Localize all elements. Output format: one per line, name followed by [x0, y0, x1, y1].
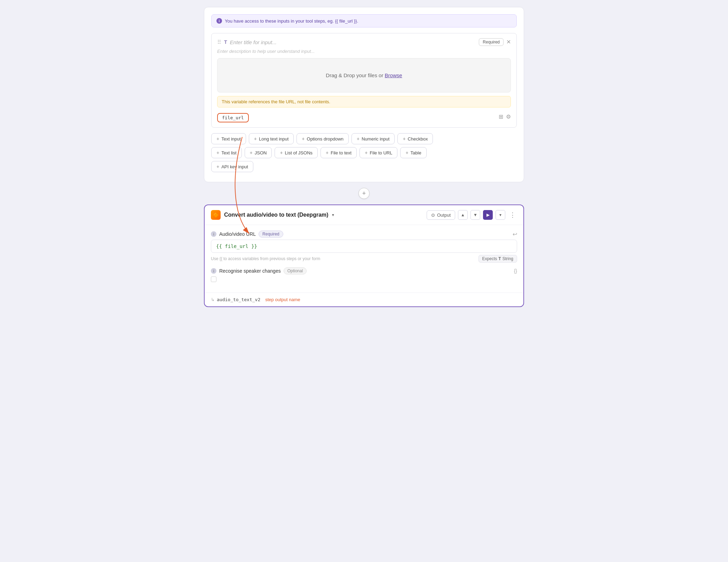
type-btn-api-key-input-label: API key input [221, 164, 248, 169]
plus-icon: + [365, 150, 367, 155]
variable-tag: file_url [217, 113, 249, 122]
type-btn-numeric-input-label: Numeric input [362, 136, 389, 142]
step-dropdown-icon[interactable]: ▾ [332, 212, 334, 217]
plus-icon: + [216, 164, 219, 169]
speaker-checkbox[interactable] [211, 276, 216, 282]
info-icon: i [216, 18, 222, 24]
drag-handle-icon[interactable]: ⠿ [217, 39, 221, 46]
type-btn-api-key-input[interactable]: + API key input [211, 161, 253, 172]
step-body: i Audio/video URL Required ↩ {{ file_url… [205, 225, 523, 292]
field-label-row: i Audio/video URL Required ↩ [211, 231, 517, 238]
input-field-footer: file_url ⊞ ⚙ [217, 111, 511, 122]
type-btn-options-dropdown[interactable]: + Options dropdown [296, 133, 349, 144]
plus-icon: + [280, 150, 283, 155]
audio-url-hint: Use {{ to access variables from previous… [211, 255, 517, 263]
plus-icon: + [403, 136, 405, 142]
browse-link[interactable]: Browse [385, 72, 402, 78]
warning-banner: This variable references the file URL, n… [217, 96, 511, 107]
plus-icon: + [254, 136, 257, 142]
type-btn-checkbox-label: Checkbox [408, 136, 428, 142]
type-btn-file-to-text[interactable]: + File to text [321, 147, 357, 158]
type-btn-text-list[interactable]: + Text list [211, 147, 242, 158]
step-header-right: ⊙ Output ▲ ▼ ▶ ▾ ⋮ [427, 210, 517, 220]
play-button[interactable]: ▶ [483, 210, 493, 220]
code-block-icon[interactable]: {} [514, 268, 517, 274]
type-btn-text-input[interactable]: + Text input [211, 133, 246, 144]
step-title: Convert audio/video to text (Deepgram) [224, 212, 329, 218]
type-btn-file-to-url-label: File to URL [370, 150, 392, 155]
settings-icon[interactable]: ⚙ [506, 113, 511, 120]
inputs-card: i You have access to these inputs in you… [204, 7, 524, 182]
field-info-icon-speaker: i [211, 268, 216, 274]
type-btn-list-of-jsons-label: List of JSONs [285, 150, 312, 155]
plus-icon: + [216, 150, 219, 155]
step-card: 🔶 Convert audio/video to text (Deepgram)… [204, 204, 524, 307]
input-field-header: ⠿ T Enter title for input... Required ✕ [217, 38, 511, 46]
type-btn-file-to-text-label: File to text [331, 150, 351, 155]
type-btn-file-to-url[interactable]: + File to URL [359, 147, 397, 158]
footer-arrow-icon: ↳ [211, 297, 215, 302]
plus-icon: + [405, 150, 408, 155]
input-title-field[interactable]: Enter title for input... [230, 39, 277, 45]
audio-url-value: {{ file_url }} [216, 243, 257, 249]
type-buttons-row-3: + API key input [211, 161, 517, 172]
type-btn-options-dropdown-label: Options dropdown [307, 136, 344, 142]
input-desc-field[interactable]: Enter description to help user understan… [217, 49, 511, 54]
footer-icons: ⊞ ⚙ [499, 113, 511, 120]
plus-circle-icon: + [362, 190, 366, 197]
type-btn-checkbox[interactable]: + Checkbox [397, 133, 433, 144]
nav-down-button[interactable]: ▼ [470, 210, 480, 220]
file-drop-zone[interactable]: Drag & Drop your files or Browse [217, 58, 511, 93]
type-btn-json-label: JSON [255, 150, 267, 155]
type-label: String [503, 256, 513, 261]
type-btn-numeric-input[interactable]: + Numeric input [351, 133, 395, 144]
expects-badge: Expects T String [478, 255, 517, 263]
file-drop-text: Drag & Drop your files or [326, 72, 385, 78]
type-btn-table-label: Table [411, 150, 421, 155]
nav-expand-button[interactable]: ▾ [496, 210, 505, 220]
step-footer: ↳ audio_to_text_v2 step output name [205, 292, 523, 306]
type-btn-text-list-label: Text list [221, 150, 236, 155]
type-buttons-row-2: + Text list + JSON + List of JSONs + Fil… [211, 147, 517, 158]
field-row-speaker-changes: i Recognise speaker changes Optional {} [211, 267, 517, 282]
step-icon: 🔶 [211, 210, 221, 220]
info-banner: i You have access to these inputs in you… [211, 14, 517, 27]
step-header-left: 🔶 Convert audio/video to text (Deepgram)… [211, 210, 334, 220]
type-btn-json[interactable]: + JSON [245, 147, 272, 158]
plus-icon: + [357, 136, 359, 142]
type-icon-t: T [498, 256, 501, 261]
type-btn-text-input-label: Text input [221, 136, 241, 142]
plus-icon: + [302, 136, 304, 142]
step-output-label: step output name [265, 297, 300, 302]
required-badge-label: Required [483, 40, 500, 45]
info-banner-text: You have access to these inputs in your … [225, 18, 358, 24]
input-field-left: ⠿ T Enter title for input... [217, 39, 277, 46]
warning-text: This variable references the file URL, n… [222, 99, 330, 104]
table-icon[interactable]: ⊞ [499, 113, 503, 120]
step-output-name[interactable]: audio_to_text_v2 [217, 297, 260, 302]
audio-url-required-pill: Required [259, 231, 283, 238]
nav-up-button[interactable]: ▲ [458, 210, 468, 220]
output-icon: ⊙ [431, 212, 435, 218]
audio-url-label: Audio/video URL [219, 231, 256, 237]
field-label-left: i Audio/video URL Required [211, 231, 283, 238]
speaker-label: Recognise speaker changes [219, 268, 281, 274]
add-step-button[interactable]: + [358, 188, 370, 199]
type-buttons-row-1: + Text input + Long text input + Options… [211, 133, 517, 144]
type-btn-long-text-input[interactable]: + Long text input [249, 133, 294, 144]
more-options-button[interactable]: ⋮ [508, 211, 517, 219]
type-buttons-section: + Text input + Long text input + Options… [211, 133, 517, 172]
output-button[interactable]: ⊙ Output [427, 210, 455, 220]
input-field-row: ⠿ T Enter title for input... Required ✕ … [211, 33, 517, 128]
field-row-audio-url: i Audio/video URL Required ↩ {{ file_url… [211, 231, 517, 263]
field-label-row-speaker: i Recognise speaker changes Optional {} [211, 267, 517, 274]
audio-url-input[interactable]: {{ file_url }} [211, 240, 517, 253]
plus-icon: + [216, 136, 219, 142]
required-badge[interactable]: Required [479, 38, 504, 46]
output-btn-label: Output [437, 212, 451, 218]
type-btn-list-of-jsons[interactable]: + List of JSONs [275, 147, 318, 158]
plus-icon: + [326, 150, 329, 155]
audio-url-reset-icon[interactable]: ↩ [513, 231, 517, 238]
type-btn-table[interactable]: + Table [400, 147, 426, 158]
close-button[interactable]: ✕ [506, 39, 511, 45]
